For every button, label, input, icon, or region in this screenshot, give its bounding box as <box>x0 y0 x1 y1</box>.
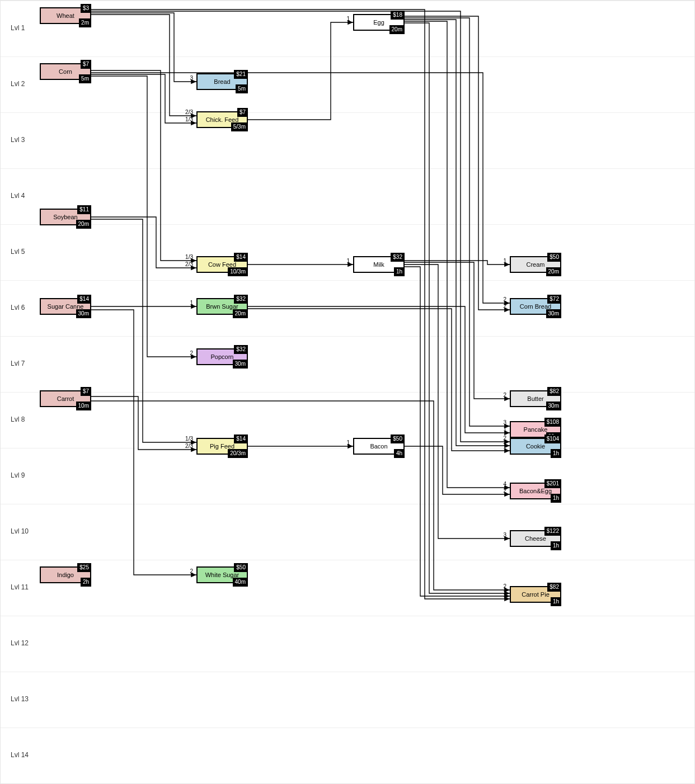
node-price: $32 <box>234 345 248 354</box>
node-cornbread[interactable]: Corn Bread$7230m <box>510 298 561 315</box>
edge-qty: 1 <box>493 589 506 596</box>
node-label: Wheat <box>54 12 77 19</box>
node-time: 20m <box>76 220 91 229</box>
node-baconegg[interactable]: Bacon&Egg$2011h <box>510 483 561 499</box>
node-label: Corn <box>57 68 74 75</box>
edge-qty: 2 <box>180 350 193 356</box>
node-price: $201 <box>544 479 561 488</box>
node-label: Carrot <box>55 395 77 402</box>
node-chickfeed[interactable]: Chick. Feed$75/3m <box>196 111 248 128</box>
node-bread[interactable]: Bread$215m <box>196 73 248 90</box>
node-soybean[interactable]: Soybean$1120m <box>40 209 91 225</box>
edge-qty: 1 <box>336 440 350 446</box>
node-cheese[interactable]: Cheese$1221h <box>510 530 561 547</box>
node-time: 1h <box>551 597 561 606</box>
node-label: Cheese <box>523 535 548 542</box>
node-time: 1h <box>551 449 561 458</box>
edge <box>248 306 510 433</box>
node-cowfeed[interactable]: Cow Feed$1410/3m <box>196 256 248 273</box>
node-time: 1h <box>394 267 405 276</box>
edges-layer <box>1 1 695 784</box>
node-price: $122 <box>544 527 561 536</box>
edge <box>248 309 510 451</box>
node-wheat[interactable]: Wheat$32m <box>40 7 91 24</box>
node-time: 1h <box>551 494 561 503</box>
node-pigfeed[interactable]: Pig Feed$1420/3m <box>196 438 248 455</box>
edge <box>91 13 196 82</box>
edge-qty: 4 <box>493 481 506 487</box>
node-label: Butter <box>525 395 546 402</box>
edge-qty: 1/3 <box>180 254 193 260</box>
node-price: $32 <box>234 295 248 304</box>
node-corn[interactable]: Corn$75m <box>40 63 91 80</box>
node-label: Popcorn <box>209 353 236 360</box>
node-time: 20m <box>233 309 248 318</box>
node-price: $32 <box>391 253 405 262</box>
edge-qty: 1/3 <box>180 116 193 122</box>
node-label: Cookie <box>524 443 547 450</box>
node-time: 5m <box>236 84 248 93</box>
edge-qty: 1 <box>180 300 193 306</box>
edge-qty: 3 <box>493 419 506 426</box>
node-carrot[interactable]: Carrot$710m <box>40 390 91 407</box>
node-price: $3 <box>81 4 91 13</box>
node-price: $50 <box>234 563 248 572</box>
node-butter[interactable]: Butter$8230m <box>510 390 561 407</box>
node-time: 40m <box>233 578 248 587</box>
node-milk[interactable]: Milk$321h <box>353 256 405 273</box>
node-brwnsugar[interactable]: Brwn Sugar$3220m <box>196 298 248 315</box>
edge-qty: 2/3 <box>180 443 193 449</box>
node-label: Cream <box>524 261 547 268</box>
node-whitesugar[interactable]: White Sugar$5040m <box>196 566 248 583</box>
node-price: $50 <box>547 253 561 262</box>
node-bacon[interactable]: Bacon$504h <box>353 438 405 455</box>
node-egg[interactable]: Egg$1820m <box>353 14 405 31</box>
diagram: Lvl 1Lvl 2Lvl 3Lvl 4Lvl 5Lvl 6Lvl 7Lvl 8… <box>0 0 695 784</box>
edge-qty: 2/3 <box>180 109 193 115</box>
node-time: 10m <box>76 402 91 410</box>
edge-qty: 2/3 <box>180 261 193 267</box>
node-label: Carrot Pie <box>519 591 552 598</box>
node-time: 5/3m <box>231 122 248 131</box>
edge <box>405 16 510 310</box>
edge-qty: 1 <box>336 16 350 22</box>
node-time: 20m <box>389 25 405 34</box>
node-price: $104 <box>544 434 561 443</box>
edge <box>91 219 196 442</box>
node-time: 30m <box>76 309 91 318</box>
node-popcorn[interactable]: Popcorn$3230m <box>196 348 248 365</box>
edge <box>248 22 353 120</box>
node-price: $7 <box>81 60 91 69</box>
node-price: $18 <box>391 11 405 20</box>
node-time: 20/3m <box>228 449 248 458</box>
node-price: $21 <box>234 70 248 79</box>
node-label: Indigo <box>55 572 76 578</box>
node-price: $14 <box>77 295 91 304</box>
node-time: 20m <box>546 267 561 276</box>
node-time: 2m <box>79 18 91 27</box>
edge-qty: 2 <box>493 296 506 303</box>
node-label: Milk <box>371 261 387 268</box>
edge-qty: 1 <box>493 258 506 264</box>
node-carrotpie[interactable]: Carrot Pie$821h <box>510 586 561 603</box>
node-time: 30m <box>546 309 561 318</box>
node-price: $7 <box>81 387 91 396</box>
node-cookie[interactable]: Cookie$1041h <box>510 438 561 455</box>
node-time: 10/3m <box>228 267 248 276</box>
edge-qty: 1 <box>493 444 506 450</box>
node-time: 2h <box>81 578 91 587</box>
edge-qty: 3 <box>180 75 193 81</box>
node-price: $11 <box>77 205 91 214</box>
edge-qty: 1/3 <box>180 436 193 442</box>
node-time: 30m <box>546 402 561 410</box>
node-cream[interactable]: Cream$5020m <box>510 256 561 273</box>
edge-qty: 2 <box>493 488 506 494</box>
edge-qty: 2 <box>180 568 193 574</box>
node-sugarcane[interactable]: Sugar Canne$1430m <box>40 298 91 315</box>
node-price: $7 <box>237 108 248 117</box>
edge-qty: 1 <box>336 258 350 264</box>
node-label: Egg <box>371 19 387 26</box>
node-indigo[interactable]: Indigo$252h <box>40 566 91 583</box>
node-time: 4h <box>394 449 405 458</box>
node-price: $82 <box>547 387 561 396</box>
